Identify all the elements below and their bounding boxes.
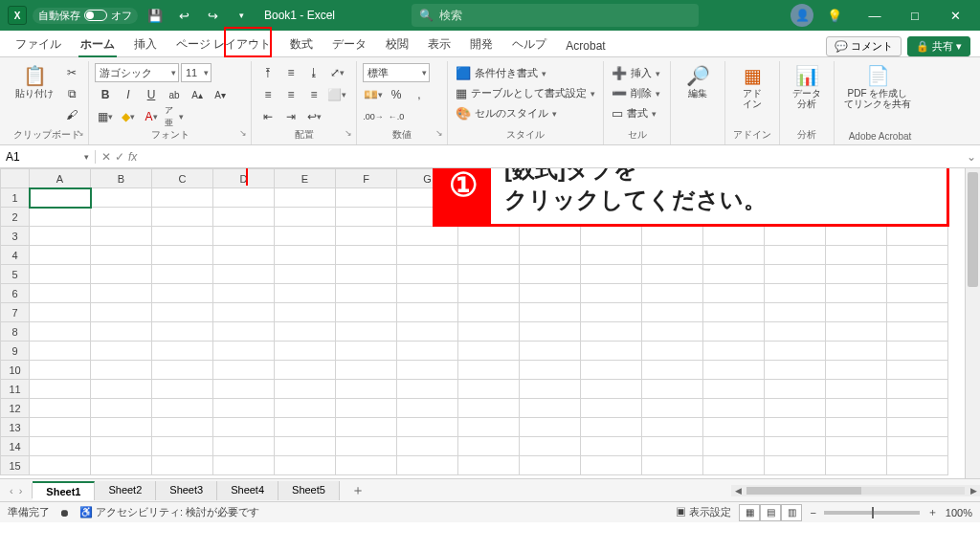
vertical-scrollbar[interactable] bbox=[965, 168, 980, 478]
cell[interactable] bbox=[520, 227, 581, 246]
tab-insert[interactable]: 挿入 bbox=[124, 32, 167, 56]
cell[interactable] bbox=[887, 380, 948, 399]
cell[interactable] bbox=[826, 342, 887, 361]
cell[interactable] bbox=[91, 437, 152, 456]
cell[interactable] bbox=[397, 227, 458, 246]
addin-button[interactable]: ▦ アド イン bbox=[731, 63, 773, 111]
cell[interactable] bbox=[336, 399, 397, 418]
cell[interactable] bbox=[520, 342, 581, 361]
cell[interactable] bbox=[275, 456, 336, 475]
cell[interactable] bbox=[520, 399, 581, 418]
cell[interactable] bbox=[336, 188, 397, 208]
cell[interactable] bbox=[213, 361, 275, 380]
align-top-button[interactable]: ⭱ bbox=[257, 63, 278, 82]
cell[interactable] bbox=[520, 380, 581, 399]
align-center-button[interactable]: ≡ bbox=[280, 85, 301, 104]
cell[interactable] bbox=[275, 342, 336, 361]
cell[interactable] bbox=[765, 303, 826, 322]
cell[interactable] bbox=[336, 437, 397, 456]
cell[interactable] bbox=[336, 208, 397, 227]
conditional-formatting-button[interactable]: 🟦条件付き書式 bbox=[454, 65, 548, 81]
cell[interactable] bbox=[520, 265, 581, 284]
cell[interactable] bbox=[91, 380, 152, 399]
cell[interactable] bbox=[336, 418, 397, 437]
cell[interactable] bbox=[213, 227, 275, 246]
cell[interactable] bbox=[275, 265, 336, 284]
cell[interactable] bbox=[703, 284, 765, 303]
increase-decimal-button[interactable]: .00→ bbox=[363, 107, 384, 126]
sheet-tab[interactable]: Sheet1 bbox=[33, 481, 95, 500]
merge-button[interactable]: ⬜ bbox=[326, 85, 347, 104]
cell[interactable] bbox=[152, 303, 213, 322]
scroll-left-icon[interactable]: ◀ bbox=[731, 486, 745, 496]
format-cells-button[interactable]: ▭書式 bbox=[610, 105, 658, 121]
cell[interactable] bbox=[826, 265, 887, 284]
column-header[interactable]: C bbox=[152, 169, 213, 188]
cell[interactable] bbox=[581, 303, 642, 322]
scrollbar-thumb[interactable] bbox=[968, 172, 978, 287]
lightbulb-icon[interactable]: 💡 bbox=[815, 2, 854, 29]
cell[interactable] bbox=[826, 380, 887, 399]
cell[interactable] bbox=[826, 456, 887, 475]
cell[interactable] bbox=[30, 188, 91, 208]
cell[interactable] bbox=[765, 399, 826, 418]
cell[interactable] bbox=[520, 456, 581, 475]
row-header[interactable]: 5 bbox=[1, 265, 30, 284]
cell[interactable] bbox=[30, 361, 91, 380]
cell[interactable] bbox=[91, 303, 152, 322]
cell[interactable] bbox=[152, 418, 213, 437]
save-icon[interactable]: 💾 bbox=[144, 4, 167, 27]
cell[interactable] bbox=[336, 303, 397, 322]
cell[interactable] bbox=[213, 418, 275, 437]
cell[interactable] bbox=[152, 265, 213, 284]
close-button[interactable]: ✕ bbox=[936, 2, 974, 29]
cell[interactable] bbox=[581, 322, 642, 342]
cell[interactable] bbox=[703, 399, 765, 418]
cell[interactable] bbox=[336, 361, 397, 380]
cell[interactable] bbox=[826, 437, 887, 456]
cell[interactable] bbox=[581, 361, 642, 380]
data-analysis-button[interactable]: 📊 データ 分析 bbox=[786, 63, 828, 111]
cell[interactable] bbox=[826, 399, 887, 418]
cell[interactable] bbox=[30, 380, 91, 399]
cell[interactable] bbox=[703, 456, 765, 475]
row-header[interactable]: 4 bbox=[1, 246, 30, 265]
cell[interactable] bbox=[91, 208, 152, 227]
row-header[interactable]: 2 bbox=[1, 208, 30, 227]
cell[interactable] bbox=[765, 380, 826, 399]
shrink-font-button[interactable]: A▾ bbox=[210, 85, 231, 104]
row-header[interactable]: 6 bbox=[1, 284, 30, 303]
number-format-combo[interactable]: 標準 bbox=[363, 63, 430, 82]
cell[interactable] bbox=[765, 437, 826, 456]
cell[interactable] bbox=[275, 418, 336, 437]
cell[interactable] bbox=[397, 399, 458, 418]
cell[interactable] bbox=[397, 246, 458, 265]
cell[interactable] bbox=[887, 437, 948, 456]
view-normal-button[interactable]: ▦ bbox=[739, 504, 760, 521]
cell[interactable] bbox=[275, 227, 336, 246]
create-pdf-button[interactable]: 📄 PDF を作成し てリンクを共有 bbox=[840, 63, 915, 111]
wrap-text-button[interactable]: ↩ bbox=[303, 107, 324, 126]
delete-cells-button[interactable]: ➖削除 bbox=[610, 85, 662, 101]
font-color-button[interactable]: A bbox=[141, 107, 162, 126]
macro-record-icon[interactable]: ⏺ bbox=[59, 507, 70, 518]
cell[interactable] bbox=[30, 456, 91, 475]
font-size-combo[interactable]: 11 bbox=[181, 63, 212, 82]
tab-developer[interactable]: 開発 bbox=[460, 32, 502, 56]
cell[interactable] bbox=[703, 380, 765, 399]
cell[interactable] bbox=[213, 284, 275, 303]
cell[interactable] bbox=[458, 380, 520, 399]
cell[interactable] bbox=[581, 456, 642, 475]
cell[interactable] bbox=[581, 437, 642, 456]
zoom-slider[interactable] bbox=[824, 511, 920, 515]
cell[interactable] bbox=[213, 246, 275, 265]
account-avatar[interactable]: 👤 bbox=[791, 4, 813, 27]
paste-button[interactable]: 📋 貼り付け bbox=[11, 63, 57, 100]
cell[interactable] bbox=[152, 284, 213, 303]
scroll-right-icon[interactable]: ▶ bbox=[967, 486, 980, 496]
cell[interactable] bbox=[703, 246, 765, 265]
grow-font-button[interactable]: A▴ bbox=[187, 85, 208, 104]
format-as-table-button[interactable]: ▦テーブルとして書式設定 bbox=[454, 85, 597, 101]
cell[interactable] bbox=[91, 322, 152, 342]
cell[interactable] bbox=[581, 380, 642, 399]
